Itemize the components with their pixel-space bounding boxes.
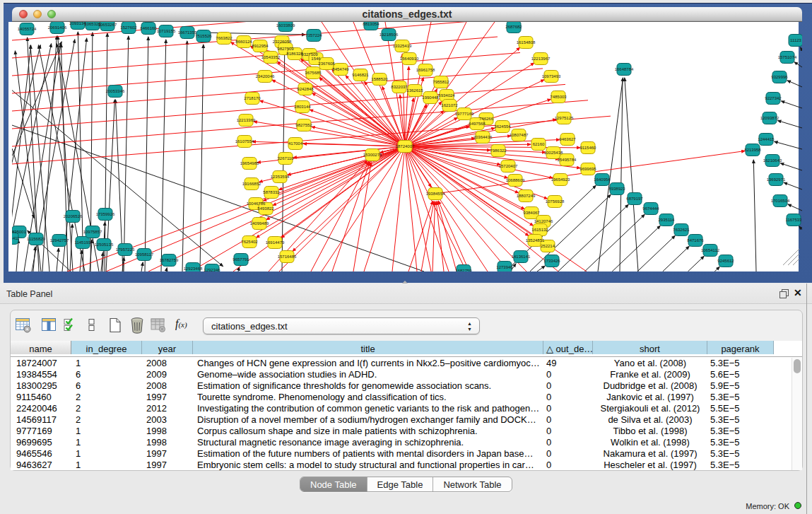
svg-text:1615132: 1615132 (531, 228, 548, 232)
svg-text:5493822: 5493822 (257, 206, 274, 211)
svg-text:7632621: 7632621 (673, 228, 690, 232)
svg-text:16782759: 16782759 (160, 258, 179, 262)
svg-text:17957225: 17957225 (116, 247, 135, 252)
svg-text:10719155: 10719155 (157, 29, 176, 33)
svg-text:15751074: 15751074 (778, 55, 797, 59)
svg-text:6934024: 6934024 (438, 93, 455, 98)
svg-text:2803144: 2803144 (294, 105, 311, 109)
svg-text:1640954: 1640954 (594, 177, 611, 182)
svg-text:13524851: 13524851 (526, 238, 545, 243)
svg-text:9674444: 9674444 (642, 206, 659, 211)
svg-text:16961758: 16961758 (416, 68, 435, 72)
svg-text:12213967: 12213967 (531, 57, 551, 61)
svg-text:5878332: 5878332 (263, 190, 280, 194)
svg-text:11123: 11123 (790, 38, 801, 42)
svg-text:9115460: 9115460 (580, 146, 597, 150)
svg-text:1588520: 1588520 (371, 77, 388, 81)
svg-text:9384067: 9384067 (523, 211, 540, 215)
svg-text:17016504: 17016504 (771, 199, 790, 203)
svg-text:252214: 252214 (541, 244, 555, 248)
svg-text:7625402: 7625402 (241, 240, 258, 244)
svg-text:7515526: 7515526 (195, 34, 212, 38)
svg-text:1273946: 1273946 (496, 265, 513, 269)
svg-text:8813054: 8813054 (363, 22, 379, 26)
svg-text:1990448: 1990448 (422, 95, 439, 100)
svg-text:23226058: 23226058 (273, 40, 292, 44)
svg-text:7955812: 7955812 (433, 80, 449, 84)
svg-text:1527602: 1527602 (120, 25, 137, 30)
svg-text:19654923: 19654923 (551, 177, 570, 182)
svg-text:19166852: 19166852 (242, 182, 261, 186)
svg-text:9463627: 9463627 (559, 137, 576, 141)
svg-text:18724007: 18724007 (396, 144, 415, 148)
svg-text:2718170: 2718170 (244, 96, 261, 100)
svg-text:9242848: 9242848 (297, 87, 314, 91)
svg-text:835001: 835001 (12, 230, 27, 234)
svg-text:23420046: 23420046 (256, 74, 275, 78)
svg-text:17359926: 17359926 (96, 212, 115, 216)
svg-text:19218506: 19218506 (379, 33, 399, 37)
svg-text:12213369: 12213369 (237, 118, 256, 122)
svg-text:62160: 62160 (533, 142, 545, 146)
svg-text:18807249: 18807249 (517, 194, 536, 198)
svg-text:20364436: 20364436 (473, 135, 493, 139)
svg-text:10756928: 10756928 (546, 199, 565, 204)
svg-text:16033809: 16033809 (276, 23, 295, 28)
svg-text:1292346: 1292346 (204, 268, 220, 271)
svg-text:3267110: 3267110 (278, 156, 295, 160)
svg-text:1621072: 1621072 (441, 103, 458, 107)
svg-text:9329996: 9329996 (771, 75, 788, 79)
svg-text:2935114: 2935114 (659, 218, 676, 222)
svg-text:16154808: 16154808 (517, 40, 536, 45)
svg-text:16107554: 16107554 (235, 139, 254, 144)
svg-text:19384554: 19384554 (426, 192, 445, 196)
svg-text:15640910: 15640910 (400, 57, 419, 61)
svg-text:9827552: 9827552 (295, 123, 312, 127)
svg-text:10046786: 10046786 (247, 201, 266, 206)
svg-text:417004: 417004 (288, 141, 303, 146)
svg-text:9827509: 9827509 (277, 47, 294, 51)
svg-text:12975125: 12975125 (555, 116, 574, 120)
svg-text:8213958: 8213958 (744, 148, 761, 152)
svg-text:25495784: 25495784 (558, 158, 577, 162)
svg-text:1682759: 1682759 (455, 269, 472, 271)
svg-text:14136141: 14136141 (512, 255, 531, 259)
svg-text:1244415: 1244415 (758, 137, 775, 141)
svg-text:10543352: 10543352 (261, 55, 281, 59)
svg-text:8660124: 8660124 (235, 40, 252, 44)
svg-text:12353594: 12353594 (271, 175, 290, 179)
svg-text:10807487: 10807487 (510, 133, 529, 137)
svg-text:7357224: 7357224 (305, 33, 322, 37)
svg-text:14099489: 14099489 (250, 221, 269, 226)
svg-text:14120746: 14120746 (534, 219, 553, 223)
svg-text:12923468: 12923468 (184, 267, 203, 271)
svg-text:1145193: 1145193 (75, 240, 92, 245)
svg-text:9245612: 9245612 (717, 259, 734, 263)
svg-text:2687682: 2687682 (505, 25, 522, 29)
svg-text:1362615: 1362615 (406, 88, 423, 93)
svg-text:8938923: 8938923 (608, 187, 625, 191)
svg-text:16914479: 16914479 (266, 240, 285, 245)
svg-text:19777169: 19777169 (455, 112, 474, 116)
svg-text:10025438: 10025438 (544, 151, 563, 155)
svg-text:15716485: 15716485 (278, 255, 297, 259)
svg-text:12505135: 12505135 (95, 243, 114, 247)
svg-text:9699695: 9699695 (579, 167, 596, 171)
svg-text:6497568: 6497568 (469, 122, 486, 126)
svg-text:19654985: 19654985 (240, 161, 259, 165)
svg-text:20691406: 20691406 (48, 25, 67, 30)
svg-text:3675685: 3675685 (305, 71, 322, 75)
svg-text:9146821: 9146821 (352, 73, 369, 77)
svg-text:1546: 1546 (311, 57, 321, 61)
svg-text:6879197: 6879197 (626, 197, 643, 201)
svg-text:1167533: 1167533 (786, 218, 802, 222)
svg-text:8912954: 8912954 (252, 44, 269, 48)
svg-text:16210643: 16210643 (763, 158, 782, 163)
svg-text:15720407: 15720407 (499, 164, 518, 168)
svg-text:20053346: 20053346 (106, 89, 125, 93)
svg-text:10975857: 10975857 (83, 230, 102, 234)
svg-text:15300275: 15300275 (363, 153, 382, 157)
svg-text:3915411: 3915411 (12, 236, 20, 240)
svg-text:20206526: 20206526 (64, 214, 83, 218)
svg-text:16671355: 16671355 (178, 30, 197, 35)
